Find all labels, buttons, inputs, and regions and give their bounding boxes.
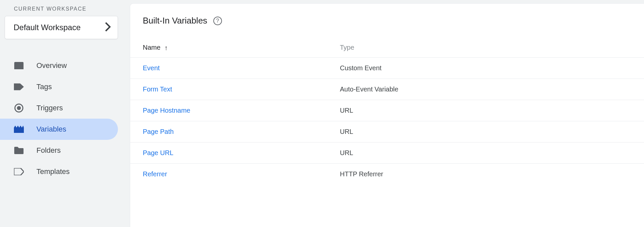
table-row[interactable]: Referrer HTTP Referrer bbox=[130, 163, 644, 185]
sidebar-item-tags[interactable]: Tags bbox=[0, 76, 118, 97]
variable-name-link[interactable]: Page Hostname bbox=[143, 107, 340, 114]
help-icon[interactable]: ? bbox=[213, 17, 222, 25]
variable-type: HTTP Referrer bbox=[340, 170, 644, 178]
variables-icon bbox=[14, 124, 24, 134]
workspace-selector[interactable]: Default Workspace bbox=[5, 16, 118, 39]
table-header-row: Name ↑ Type bbox=[130, 34, 644, 57]
main-content: Built-In Variables ? Name ↑ Type Event C… bbox=[130, 0, 644, 227]
variable-type: URL bbox=[340, 107, 644, 114]
variable-type: URL bbox=[340, 149, 644, 157]
variable-name-link[interactable]: Form Text bbox=[143, 85, 340, 93]
variable-name-link[interactable]: Page URL bbox=[143, 149, 340, 157]
sidebar-item-templates[interactable]: Templates bbox=[0, 161, 118, 182]
panel-title: Built-In Variables bbox=[143, 16, 207, 26]
sidebar-item-label: Templates bbox=[36, 167, 70, 176]
overview-icon bbox=[14, 61, 24, 71]
sidebar-item-label: Variables bbox=[36, 125, 66, 134]
sidebar-item-overview[interactable]: Overview bbox=[0, 55, 118, 76]
svg-rect-0 bbox=[14, 65, 24, 69]
svg-point-3 bbox=[17, 106, 21, 110]
svg-rect-1 bbox=[14, 62, 24, 64]
table-row[interactable]: Page Path URL bbox=[130, 121, 644, 142]
column-header-name-label: Name bbox=[143, 44, 160, 51]
sidebar-item-label: Triggers bbox=[36, 104, 63, 112]
folder-icon bbox=[14, 145, 24, 155]
sidebar-item-label: Tags bbox=[36, 83, 52, 91]
trigger-icon bbox=[14, 103, 24, 113]
workspace-section-label: CURRENT WORKSPACE bbox=[0, 6, 130, 16]
template-icon bbox=[14, 167, 24, 177]
variable-name-link[interactable]: Event bbox=[143, 64, 340, 72]
sidebar-item-triggers[interactable]: Triggers bbox=[0, 97, 118, 119]
column-header-type[interactable]: Type bbox=[340, 44, 644, 51]
sidebar-item-variables[interactable]: Variables bbox=[0, 119, 118, 140]
variable-name-link[interactable]: Referrer bbox=[143, 170, 340, 178]
table-row[interactable]: Form Text Auto-Event Variable bbox=[130, 79, 644, 100]
sidebar: CURRENT WORKSPACE Default Workspace Over… bbox=[0, 0, 130, 227]
column-header-type-label: Type bbox=[340, 44, 354, 51]
variable-type: Auto-Event Variable bbox=[340, 85, 644, 93]
sidebar-item-folders[interactable]: Folders bbox=[0, 140, 118, 161]
variable-type: Custom Event bbox=[340, 64, 644, 72]
table-row[interactable]: Event Custom Event bbox=[130, 57, 644, 79]
sort-ascending-icon: ↑ bbox=[164, 44, 168, 51]
chevron-right-icon bbox=[105, 22, 111, 33]
sidebar-item-label: Folders bbox=[36, 146, 61, 155]
table-row[interactable]: Page Hostname URL bbox=[130, 100, 644, 121]
sidebar-nav: Overview Tags Triggers Variables Folders bbox=[0, 55, 130, 182]
variable-name-link[interactable]: Page Path bbox=[143, 128, 340, 136]
workspace-name: Default Workspace bbox=[14, 23, 80, 32]
sidebar-item-label: Overview bbox=[36, 61, 67, 70]
builtin-variables-panel: Built-In Variables ? Name ↑ Type Event C… bbox=[130, 3, 644, 227]
tag-icon bbox=[14, 82, 24, 92]
table-row[interactable]: Page URL URL bbox=[130, 142, 644, 163]
panel-header: Built-In Variables ? bbox=[130, 4, 644, 34]
column-header-name[interactable]: Name ↑ bbox=[143, 44, 340, 51]
variable-type: URL bbox=[340, 128, 644, 136]
